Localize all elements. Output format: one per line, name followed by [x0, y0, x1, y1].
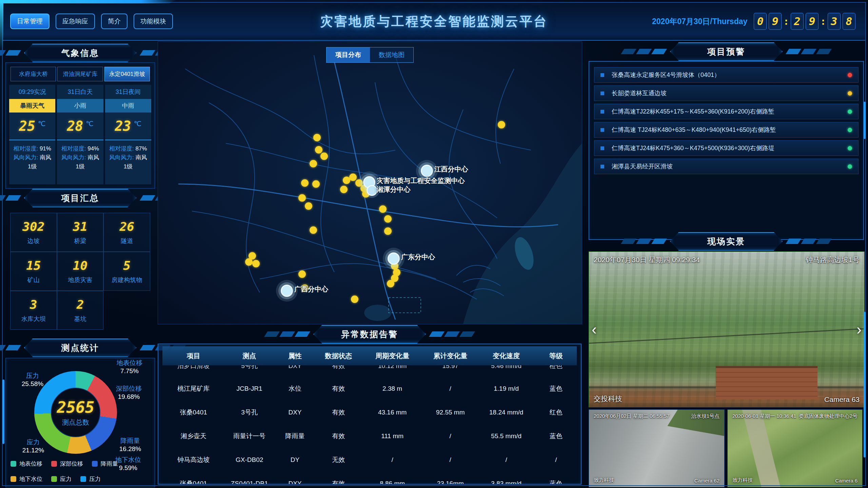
warning-list-item[interactable]: 张桑高速永定服务区4号滑坡体（0401） — [594, 67, 859, 83]
map-project-dot[interactable] — [245, 258, 253, 266]
map-center-marker-0[interactable]: 江西分中心 — [421, 165, 433, 177]
center-label-line: 湘潭分中心 — [377, 185, 465, 194]
map-project-dot[interactable] — [379, 205, 387, 213]
warning-list-item[interactable]: 仁博高速TJ24标K475+360～K475+500(K936+300)右侧路堤 — [594, 140, 859, 156]
nav-button-0[interactable]: 日常管理 — [10, 14, 50, 29]
table-cell: 有效 — [316, 432, 361, 441]
project-map[interactable]: 项目分布数据地图 江西分中心灾害地质与工程安全监测中心湘潭分中心广东分中心广西分… — [158, 41, 582, 324]
center-circle-icon — [388, 252, 400, 265]
alerts-header-cell: 变化速度 — [477, 351, 535, 361]
warning-list-item[interactable]: 仁博高速TJ22标K455+175～K455+360(K916+200)右侧路堑 — [594, 104, 859, 119]
center-label: 广西分中心 — [294, 285, 328, 293]
map-project-dot[interactable] — [349, 174, 357, 181]
camera-thumbnails: 2020年06月02日 星期二 06:55:57治水坝1号点致力科技Camera… — [589, 409, 864, 487]
map-project-dot[interactable] — [387, 280, 394, 287]
legend-label: 地下水位 — [19, 475, 42, 483]
table-row[interactable]: 湘乡壶天雨量计一号降雨量有效111 mm/55.5 mm/d蓝色 — [162, 424, 577, 448]
weather-panel: 气象信息 水府庙大桥滑油洞尾矿库永定0401滑坡 09:29实况暴雨天气25℃相… — [5, 45, 155, 189]
map-project-dot[interactable] — [340, 186, 348, 193]
weather-tab-1[interactable]: 滑油洞尾矿库 — [57, 67, 103, 81]
map-project-dot[interactable] — [498, 121, 505, 128]
center-label-line: 江西分中心 — [434, 165, 468, 174]
legend-item-3: 地下水位 — [11, 475, 42, 483]
warning-list-item[interactable]: 长韶娄道林互通边坡 — [594, 85, 859, 101]
weather-tab-0[interactable]: 水府庙大桥 — [11, 67, 56, 81]
project-count-value: 26 — [119, 220, 134, 233]
status-dot-icon — [848, 91, 852, 96]
table-cell: DXY — [274, 365, 316, 370]
points-title: 测点统计 — [24, 339, 137, 357]
main-camera-view[interactable]: 2020年07月30日 星期四 09:29:34 钟马路高边坡1号 交投科技 C… — [589, 251, 865, 407]
warning-label: 仁博高速 TJ24标K480+635～K480+940(K941+650)右侧路… — [612, 126, 848, 134]
table-cell: / — [423, 456, 477, 464]
prev-camera-icon[interactable]: ‹ — [592, 322, 597, 337]
table-row[interactable]: 汨罗口滑坡5号孔DXY有效10.12 mm15.975.46 mm/d橙色 — [162, 365, 577, 377]
table-cell: 111 mm — [361, 432, 423, 440]
banner-deco-left — [623, 49, 665, 54]
map-center-marker-2[interactable]: 广东分中心 — [388, 252, 400, 265]
center-circle-icon — [363, 176, 375, 188]
map-project-dot[interactable] — [301, 179, 309, 187]
table-row[interactable]: 张桑0401ZS0401-DB1DXY有效8.86 mm23.16mm3.83 … — [162, 472, 577, 485]
project-count-label: 边坡 — [27, 237, 40, 245]
map-project-dot[interactable] — [298, 270, 306, 278]
weather-tab-2[interactable]: 永定0401滑坡 — [104, 67, 150, 81]
map-project-dot[interactable] — [384, 227, 392, 235]
map-project-dot[interactable] — [313, 134, 321, 141]
nav-button-1[interactable]: 应急响应 — [56, 14, 95, 29]
warnings-list: 张桑高速永定服务区4号滑坡体（0401）长韶娄道林互通边坡仁博高速TJ22标K4… — [589, 61, 864, 240]
project-count-value: 2 — [77, 298, 84, 311]
map-center-marker-1[interactable]: 灾害地质与工程安全监测中心湘潭分中心 — [363, 176, 375, 188]
next-camera-icon[interactable]: › — [856, 322, 862, 337]
weather-condition: 暴雨天气 — [9, 99, 55, 113]
map-project-dot[interactable] — [310, 226, 317, 234]
alerts-header-cell: 项目 — [162, 351, 224, 361]
page-title: 灾害地质与工程安全智能监测云平台 — [320, 13, 548, 30]
clock-digit: 9 — [806, 13, 818, 30]
table-cell: / — [535, 456, 577, 464]
project-count-label: 房建构筑物 — [112, 276, 142, 284]
map-tab-0[interactable]: 项目分布 — [327, 47, 370, 62]
project-count-label: 桥梁 — [74, 237, 86, 245]
table-row[interactable]: 钟马高边坡GX-DB02DY无效//// — [162, 448, 577, 472]
banner-deco-right — [787, 239, 830, 244]
weather-time: 09:29实况 — [9, 85, 55, 99]
map-project-dot[interactable] — [312, 180, 320, 188]
map-project-dot[interactable] — [315, 146, 322, 154]
nav-button-3[interactable]: 功能模块 — [134, 14, 173, 29]
warning-list-item[interactable]: 仁博高速 TJ24标K480+635～K480+940(K941+650)右侧路… — [594, 122, 859, 138]
projects-banner: 项目汇总 — [5, 190, 155, 206]
map-project-dot[interactable] — [298, 194, 306, 202]
weather-humidity: 相对湿度: 87% — [108, 144, 149, 153]
map-tab-1[interactable]: 数据地图 — [370, 47, 413, 62]
weather-info: 相对湿度: 94%风向风力: 南风1级 — [57, 140, 103, 184]
table-cell: 15.97 — [423, 365, 477, 370]
map-center-marker-3[interactable]: 广西分中心 — [281, 285, 293, 297]
table-cell: 8.86 mm — [361, 480, 423, 485]
table-cell: ZS0401-DB1 — [224, 480, 274, 485]
projects-box: 302边坡31桥梁26隧道15矿山10地质灾害5房建构筑物3水库大坝2基坑 — [5, 208, 155, 334]
points-box: 2565 测点总数 地表位移7.75%深部位移19.68%降雨量16.28%地下… — [5, 358, 155, 487]
legend-label: 压力 — [89, 475, 101, 483]
abnormal-data-panel: 异常数据告警 项目测点属性数据状态周期变化量累计变化量变化速度等级 汨罗口滑坡5… — [158, 326, 581, 485]
total-points-value: 2565 — [57, 398, 95, 416]
map-project-dot[interactable] — [252, 260, 260, 267]
map-project-dot[interactable] — [310, 160, 317, 167]
warning-list-item[interactable]: 湘潭县天易经开区滑坡 — [594, 159, 859, 174]
map-project-dot[interactable] — [305, 202, 312, 210]
project-count-cell: 31桥梁 — [57, 213, 104, 252]
camera-location: 钟马路高边坡1号 — [806, 255, 860, 265]
callout-percent: 9.59% — [106, 464, 150, 472]
callout-name: 降雨量 — [108, 437, 152, 445]
table-row[interactable]: 张桑04013号孔DXY有效43.16 mm92.55 mm18.24 mm/d… — [162, 401, 577, 424]
weather-info: 相对湿度: 87%风向风力: 南风1级 — [105, 140, 151, 184]
camera-thumbnail-2[interactable]: 2020-06-01 星期一 10:36:41娄底固体废物处理中心2号致力科技C… — [727, 409, 863, 487]
map-project-dot[interactable] — [320, 152, 328, 160]
nav-button-2[interactable]: 简介 — [101, 14, 127, 29]
map-project-dot[interactable] — [384, 215, 392, 223]
table-cell: 无效 — [316, 455, 361, 464]
table-row[interactable]: 桃江尾矿库JCB-JR1水位有效2.38 m/1.19 m/d蓝色 — [162, 377, 577, 401]
dashboard: 日常管理应急响应简介功能模块 灾害地质与工程安全智能监测云平台 2020年07月… — [0, 0, 868, 488]
map-project-dot[interactable] — [351, 296, 358, 303]
camera-thumbnail-1[interactable]: 2020年06月02日 星期二 06:55:57治水坝1号点致力科技Camera… — [589, 409, 725, 487]
